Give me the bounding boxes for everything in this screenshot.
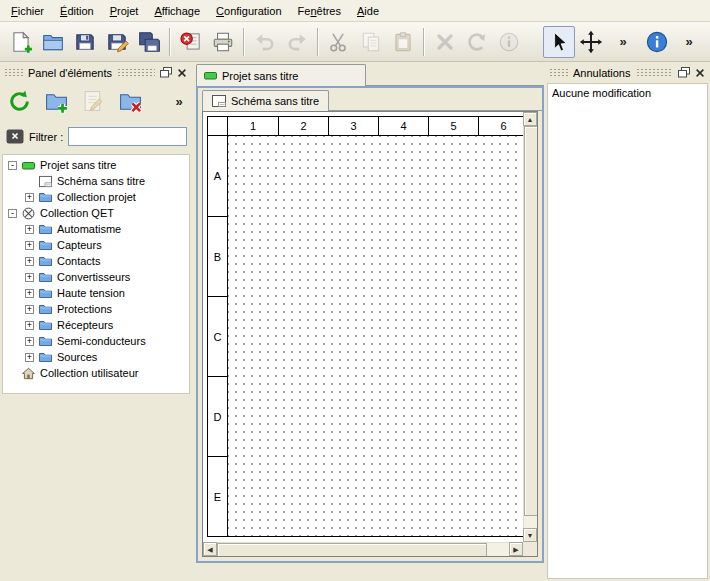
menu-configuration[interactable]: Configuration xyxy=(208,2,289,20)
help-overflow-button[interactable]: » xyxy=(673,26,705,58)
expand-toggle[interactable]: + xyxy=(25,337,34,346)
tree-item[interactable]: +Sources xyxy=(3,349,189,365)
vertical-scrollbar-thumb[interactable] xyxy=(524,126,538,516)
expand-toggle[interactable]: + xyxy=(25,273,34,282)
toolbar-overflow-button[interactable]: » xyxy=(607,26,639,58)
header-corner xyxy=(208,117,228,135)
expand-toggle[interactable]: + xyxy=(25,193,34,202)
copy-icon xyxy=(359,30,383,54)
filter-input[interactable] xyxy=(68,127,187,146)
dock-drag-handle[interactable] xyxy=(4,68,24,77)
expand-toggle[interactable]: + xyxy=(25,305,34,314)
undo-list[interactable]: Aucune modification xyxy=(547,83,708,579)
folder-icon xyxy=(39,239,52,252)
diagram-grid[interactable] xyxy=(228,136,523,536)
menu-affichage[interactable]: Affichage xyxy=(146,2,208,20)
expand-toggle[interactable]: + xyxy=(25,225,34,234)
menu-edition[interactable]: Édition xyxy=(52,2,102,20)
qet-icon xyxy=(22,207,35,220)
tree-item[interactable]: +Convertisseurs xyxy=(3,269,189,285)
scroll-up-button[interactable]: ▲ xyxy=(523,112,537,126)
menu-fichier[interactable]: Fichier xyxy=(3,2,52,20)
filter-row: Filtrer : xyxy=(2,119,190,150)
delete-button[interactable] xyxy=(429,26,461,58)
redo-button[interactable] xyxy=(281,26,313,58)
element-info-button[interactable] xyxy=(493,26,525,58)
double-chevron-icon: » xyxy=(175,95,182,108)
tree-item[interactable]: +Collection projet xyxy=(3,189,189,205)
tree-item[interactable]: +Capteurs xyxy=(3,237,189,253)
scroll-right-button[interactable]: ▶ xyxy=(509,542,523,556)
reload-collections-button[interactable] xyxy=(4,86,35,117)
help-info-icon xyxy=(645,30,669,54)
dock-drag-handle[interactable] xyxy=(636,68,674,77)
close-file-button[interactable] xyxy=(175,26,207,58)
tree-item[interactable]: Collection utilisateur xyxy=(3,365,189,381)
tree-item[interactable]: +Haute tension xyxy=(3,285,189,301)
float-panel-button[interactable] xyxy=(158,65,174,80)
dock-drag-handle[interactable] xyxy=(117,68,155,77)
print-button[interactable] xyxy=(207,26,239,58)
select-mode-button[interactable] xyxy=(543,26,575,58)
horizontal-scrollbar[interactable]: ◀ ▶ xyxy=(203,542,523,556)
row-label: D xyxy=(208,376,227,456)
tree-item[interactable]: +Récepteurs xyxy=(3,317,189,333)
main-area: Panel d'éléments » Filtrer : -Projet san… xyxy=(0,62,710,581)
paste-button[interactable] xyxy=(387,26,419,58)
save-all-button[interactable] xyxy=(133,26,165,58)
undo-button[interactable] xyxy=(249,26,281,58)
float-icon xyxy=(678,67,690,78)
menu-fenetres[interactable]: Fenêtres xyxy=(290,2,349,20)
menu-projet[interactable]: Projet xyxy=(102,2,147,20)
collapse-toggle[interactable]: - xyxy=(8,209,17,218)
save-as-button[interactable] xyxy=(101,26,133,58)
panel-overflow-button[interactable]: » xyxy=(170,86,188,117)
arrow-down-icon: ▼ xyxy=(527,532,534,539)
diagram-canvas[interactable]: 123456 ABCDE xyxy=(203,112,523,542)
menu-aide[interactable]: Aide xyxy=(349,2,387,20)
horizontal-scrollbar-thumb[interactable] xyxy=(217,543,487,557)
row-label: B xyxy=(208,216,227,296)
column-label: 3 xyxy=(328,117,378,135)
open-button[interactable] xyxy=(37,26,69,58)
rotate-button[interactable] xyxy=(461,26,493,58)
expand-toggle[interactable]: + xyxy=(25,289,34,298)
tree-item[interactable]: -Collection QET xyxy=(3,205,189,221)
close-panel-button[interactable] xyxy=(174,65,190,80)
copy-button[interactable] xyxy=(355,26,387,58)
edit-element-button[interactable] xyxy=(78,86,109,117)
row-label: C xyxy=(208,296,227,376)
tree-item[interactable]: +Protections xyxy=(3,301,189,317)
collapse-toggle[interactable]: - xyxy=(8,161,17,170)
open-folder-icon xyxy=(41,30,65,54)
save-button[interactable] xyxy=(69,26,101,58)
tree-item[interactable]: +Automatisme xyxy=(3,221,189,237)
tree-item[interactable]: +Semi-conducteurs xyxy=(3,333,189,349)
expand-toggle[interactable]: + xyxy=(25,321,34,330)
clear-filter-button[interactable] xyxy=(5,129,24,145)
expand-toggle[interactable]: + xyxy=(25,241,34,250)
diagram-view[interactable]: 123456 ABCDE ▲ ▼ ◀ xyxy=(202,111,538,557)
tab-project-sans-titre[interactable]: Projet sans titre xyxy=(196,64,366,86)
close-panel-button[interactable] xyxy=(692,65,708,80)
tab-schema-sans-titre[interactable]: Schéma sans titre xyxy=(202,90,329,111)
cut-button[interactable] xyxy=(323,26,355,58)
new-element-button[interactable] xyxy=(41,86,72,117)
tree-item[interactable]: -Projet sans titre xyxy=(3,157,189,173)
pan-mode-button[interactable] xyxy=(575,26,607,58)
reload-icon xyxy=(7,89,32,114)
new-button[interactable] xyxy=(5,26,37,58)
delete-element-button[interactable] xyxy=(115,86,146,117)
vertical-scrollbar[interactable]: ▲ ▼ xyxy=(523,112,537,542)
double-chevron-icon: » xyxy=(685,35,692,48)
scroll-down-button[interactable]: ▼ xyxy=(523,528,537,542)
scroll-left-button[interactable]: ◀ xyxy=(203,542,217,556)
float-panel-button[interactable] xyxy=(676,65,692,80)
toolbar-separator xyxy=(243,28,245,56)
about-button[interactable] xyxy=(641,26,673,58)
tree-item[interactable]: Schéma sans titre xyxy=(3,173,189,189)
expand-toggle[interactable]: + xyxy=(25,353,34,362)
tree-item[interactable]: +Contacts xyxy=(3,253,189,269)
expand-toggle[interactable]: + xyxy=(25,257,34,266)
dock-drag-handle[interactable] xyxy=(549,68,569,77)
